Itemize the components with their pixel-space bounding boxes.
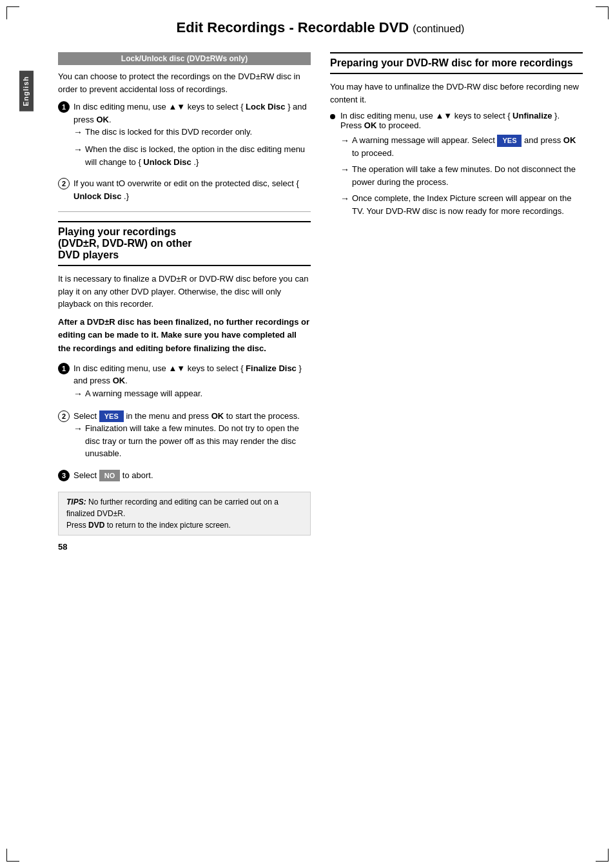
lock-step-1-arrow-2: → When the disc is locked, the option in… xyxy=(73,143,311,168)
corner-mark-tl xyxy=(6,6,19,19)
lock-step-1-arrow-1-text: The disc is locked for this DVD recorder… xyxy=(85,126,252,139)
arrow-icon: → xyxy=(73,143,83,168)
lock-step-1-text: In disc editing menu, use ▲▼ keys to sel… xyxy=(73,102,307,124)
play-step-2-text: Select YES in the menu and press OK to s… xyxy=(73,411,300,421)
play-step-2-arrow: → Finalization will take a few minutes. … xyxy=(73,422,311,460)
play-step-2-arrow-text: Finalization will take a few minutes. Do… xyxy=(85,422,311,460)
preparing-arrow-3: → Once complete, the Index Picture scree… xyxy=(340,192,583,217)
play-step-2-content: Select YES in the menu and press OK to s… xyxy=(73,410,311,464)
play-step-3-text: Select NO to abort. xyxy=(73,470,153,480)
sidebar-english-label: English xyxy=(19,71,34,111)
main-content: Edit Recordings - Recordable DVD (contin… xyxy=(58,19,583,552)
play-step-1-arrow-text: A warning message will appear. xyxy=(85,387,202,401)
lock-step-2: 2 If you want tO overwrite or edit on th… xyxy=(58,177,311,202)
preparing-section-header: Preparing your DVD-RW disc for more reco… xyxy=(330,52,583,74)
page-number: 58 xyxy=(58,542,311,552)
arrow-icon: → xyxy=(340,134,349,159)
preparing-arrow-1: → A warning message will appear. Select … xyxy=(340,134,583,159)
title-text: Edit Recordings - Recordable DVD xyxy=(177,19,409,35)
lock-step-2-content: If you want tO overwrite or edit on the … xyxy=(73,177,311,202)
arrow-icon: → xyxy=(340,163,349,188)
preparing-arrow-3-text: Once complete, the Index Picture screen … xyxy=(352,192,583,217)
preparing-arrow-2: → The operation will take a few minutes.… xyxy=(340,163,583,188)
play-step-1: 1 In disc editing menu, use ▲▼ keys to s… xyxy=(58,362,311,405)
page: English Edit Recordings - Recordable DVD… xyxy=(0,0,615,868)
preparing-bullet-1-text: In disc editing menu, use ▲▼ keys to sel… xyxy=(340,111,560,130)
play-step-3-content: Select NO to abort. xyxy=(73,469,311,482)
preparing-intro: You may have to unfinalize the DVD-RW di… xyxy=(330,81,583,106)
left-column: Lock/Unlock disc (DVD±RWs only) You can … xyxy=(58,52,311,552)
bullet-dot xyxy=(330,114,335,119)
play-step-1-text: In disc editing menu, use ▲▼ keys to sel… xyxy=(73,363,302,386)
page-title: Edit Recordings - Recordable DVD (contin… xyxy=(58,19,583,39)
lock-step-1: 1 In disc editing menu, use ▲▼ keys to s… xyxy=(58,101,311,172)
two-column-layout: Lock/Unlock disc (DVD±RWs only) You can … xyxy=(58,52,583,552)
arrow-icon: → xyxy=(73,126,83,139)
right-column: Preparing your DVD-RW disc for more reco… xyxy=(330,52,583,226)
no-badge: NO xyxy=(99,470,121,482)
step-num-2: 2 xyxy=(58,178,70,189)
lock-step-1-arrow-2-text: When the disc is locked, the option in t… xyxy=(85,143,311,168)
playing-warning: After a DVD±R disc has been finalized, n… xyxy=(58,316,311,356)
title-continued: (continued) xyxy=(413,23,464,34)
lock-step-1-arrow-1: → The disc is locked for this DVD record… xyxy=(73,126,311,139)
arrow-icon: → xyxy=(340,192,349,217)
arrow-icon: → xyxy=(73,387,83,401)
playing-intro: It is necessary to finalize a DVD±R or D… xyxy=(58,273,311,311)
yes-badge-2: YES xyxy=(497,135,522,147)
lock-intro: You can choose to protect the recordings… xyxy=(58,70,311,95)
lock-step-2-text: If you want tO overwrite or edit on the … xyxy=(73,178,299,201)
play-step-1-arrow: → A warning message will appear. xyxy=(73,387,311,401)
playing-title: Playing your recordings(DVD±R, DVD-RW) o… xyxy=(58,226,311,261)
corner-mark-bl xyxy=(6,849,19,862)
playing-section-header: Playing your recordings(DVD±R, DVD-RW) o… xyxy=(58,221,311,266)
preparing-bullet-1: In disc editing menu, use ▲▼ keys to sel… xyxy=(330,111,583,221)
preparing-arrow-2-text: The operation will take a few minutes. D… xyxy=(352,163,583,188)
tips-box: TIPS: No further recording and editing c… xyxy=(58,492,311,535)
corner-mark-tr xyxy=(596,6,609,19)
play-step-num-1: 1 xyxy=(58,363,70,374)
lock-section-header: Lock/Unlock disc (DVD±RWs only) xyxy=(58,52,311,65)
tips-line-1: No further recording and editing can be … xyxy=(66,497,278,530)
preparing-bullet-1-content: In disc editing menu, use ▲▼ keys to sel… xyxy=(340,111,583,221)
tips-label: TIPS: xyxy=(66,497,86,506)
play-step-num-3: 3 xyxy=(58,470,70,481)
preparing-title: Preparing your DVD-RW disc for more reco… xyxy=(330,57,583,69)
preparing-arrow-1-text: A warning message will appear. Select YE… xyxy=(352,134,583,159)
play-step-num-2: 2 xyxy=(58,410,70,422)
play-step-1-content: In disc editing menu, use ▲▼ keys to sel… xyxy=(73,362,311,405)
step-num-1: 1 xyxy=(58,101,70,113)
arrow-icon: → xyxy=(73,422,83,460)
yes-badge-1: YES xyxy=(99,410,124,423)
play-step-2: 2 Select YES in the menu and press OK to… xyxy=(58,410,311,464)
lock-step-1-content: In disc editing menu, use ▲▼ keys to sel… xyxy=(73,101,311,172)
play-step-3: 3 Select NO to abort. xyxy=(58,469,311,482)
section-divider xyxy=(58,211,311,212)
corner-mark-br xyxy=(596,849,609,862)
